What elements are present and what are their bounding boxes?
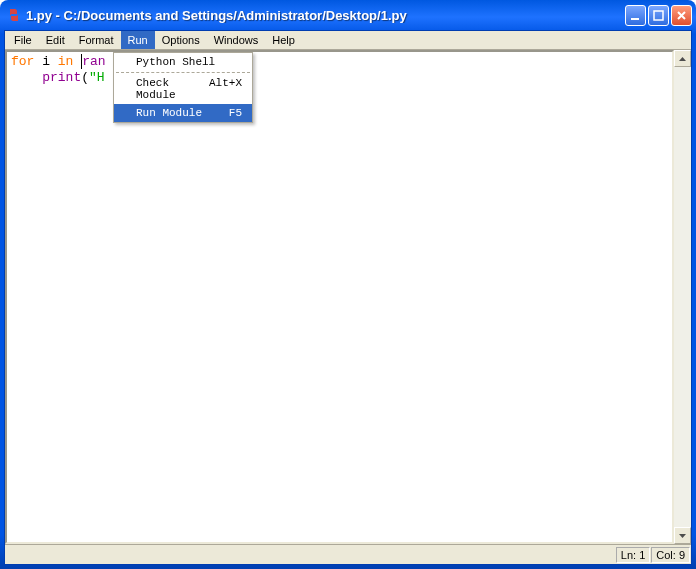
minimize-button[interactable]: [625, 5, 646, 26]
menu-format[interactable]: Format: [72, 31, 121, 49]
title-buttons: [625, 5, 692, 26]
title-text: 1.py - C:/Documents and Settings/Adminis…: [26, 8, 625, 23]
scroll-up-button[interactable]: [674, 50, 691, 67]
scroll-track[interactable]: [674, 67, 691, 527]
menu-item-label: Check Module: [136, 77, 209, 101]
menu-file[interactable]: File: [7, 31, 39, 49]
editor-wrap: for i in ran print("H Python Shell Check…: [5, 50, 691, 544]
window: 1.py - C:/Documents and Settings/Adminis…: [0, 0, 696, 569]
vertical-scrollbar[interactable]: [674, 50, 691, 544]
menu-item-run-module[interactable]: Run Module F5: [114, 104, 252, 122]
svg-rect-1: [654, 11, 663, 20]
menu-item-accel: Alt+X: [209, 77, 242, 101]
menu-item-python-shell[interactable]: Python Shell: [114, 53, 252, 71]
code-editor[interactable]: for i in ran print("H Python Shell Check…: [5, 50, 674, 544]
scroll-down-button[interactable]: [674, 527, 691, 544]
statusbar: Ln: 1 Col: 9: [5, 544, 691, 564]
svg-rect-0: [631, 18, 639, 20]
menu-item-label: Python Shell: [136, 56, 215, 68]
close-button[interactable]: [671, 5, 692, 26]
menu-options[interactable]: Options: [155, 31, 207, 49]
menubar: File Edit Format Run Options Windows Hel…: [5, 31, 691, 50]
code-line-2: print("H: [11, 70, 668, 86]
maximize-button[interactable]: [648, 5, 669, 26]
client-area: File Edit Format Run Options Windows Hel…: [4, 30, 692, 565]
menu-item-label: Run Module: [136, 107, 202, 119]
status-col: Col: 9: [651, 547, 690, 563]
titlebar[interactable]: 1.py - C:/Documents and Settings/Adminis…: [0, 0, 696, 30]
menu-separator: [116, 72, 250, 73]
menu-help[interactable]: Help: [265, 31, 302, 49]
status-ln: Ln: 1: [616, 547, 650, 563]
run-menu-dropdown: Python Shell Check Module Alt+X Run Modu…: [113, 52, 253, 123]
menu-item-accel: F5: [229, 107, 242, 119]
menu-item-check-module[interactable]: Check Module Alt+X: [114, 74, 252, 104]
menu-run[interactable]: Run: [121, 31, 155, 49]
menu-windows[interactable]: Windows: [207, 31, 266, 49]
code-line-1: for i in ran: [11, 54, 668, 70]
app-icon: [6, 7, 22, 23]
menu-edit[interactable]: Edit: [39, 31, 72, 49]
